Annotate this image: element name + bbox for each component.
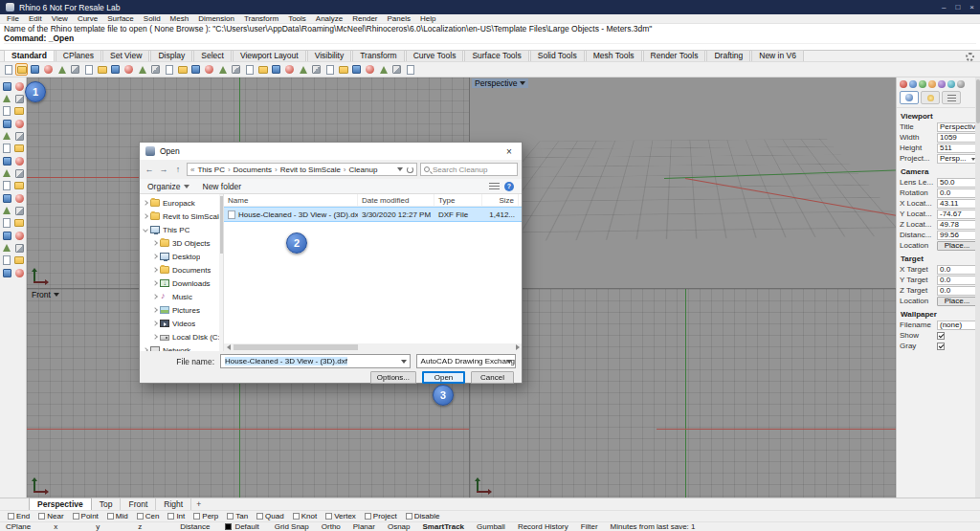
file-row[interactable]: House-Cleaned - 3D View - (3D).dxf3/30/2… [224,208,522,221]
polygon-icon[interactable] [13,205,25,216]
toggle-osnap[interactable]: Osnap [388,522,411,531]
refresh-icon[interactable] [407,166,413,173]
scale-icon[interactable] [1,105,12,117]
file-name-input[interactable]: House-Cleaned - 3D View - (3D).dxf [220,354,411,368]
orient-icon[interactable] [13,118,25,129]
osnap-near[interactable]: Near [38,512,63,520]
cut-icon[interactable] [56,63,68,76]
nav-item-local-disk-c[interactable]: Local Disk (C:) [140,330,223,343]
breadcrumb-cleanup[interactable]: Cleanup [349,166,378,174]
osnap-cen[interactable]: Cen [137,512,160,520]
chamfer-icon[interactable] [13,155,25,166]
breadcrumb-overflow[interactable]: « [190,166,194,174]
menu-transform[interactable]: Transform [239,14,283,23]
column-header-size[interactable]: Size [482,194,519,206]
menu-analyze[interactable]: Analyze [311,14,347,23]
toolbar-tab-viewport-layout[interactable]: Viewport Layout [233,50,306,61]
dimension-icon[interactable] [13,230,25,241]
help-icon[interactable] [404,63,416,76]
layers-icon[interactable] [377,63,390,76]
prop-value-field[interactable]: Perspective [937,122,977,132]
menu-solid[interactable]: Solid [139,14,166,23]
chevron-down-icon[interactable] [398,355,410,367]
menu-dimension[interactable]: Dimension [193,14,239,23]
file-type-select[interactable]: AutoCAD Drawing Exchange (*... [416,354,516,368]
osnap-mid[interactable]: Mid [107,512,128,520]
menu-view[interactable]: View [47,14,73,23]
column-header-type[interactable]: Type [434,194,482,206]
hide-icon[interactable] [350,63,363,76]
join-icon[interactable] [297,63,309,76]
viewport-right[interactable] [470,289,896,498]
viewport-layout-icon[interactable] [216,63,229,76]
explode-icon[interactable] [13,143,25,154]
menu-mesh[interactable]: Mesh [166,14,194,23]
toolbar-tab-curve-tools[interactable]: Curve Tools [406,50,464,61]
rectangle-icon[interactable] [1,205,12,216]
loft-icon[interactable] [13,242,25,254]
copy-object-icon[interactable] [243,63,256,76]
menu-surface[interactable]: Surface [102,14,139,23]
prop-value-field[interactable]: 0.0 [937,188,977,198]
osnap-project[interactable]: Project [365,512,397,520]
object-properties-tab[interactable] [900,91,919,104]
trim-icon[interactable] [1,130,12,142]
viewport-tab-front[interactable]: Front [121,498,156,510]
osnap-disable[interactable]: Disable [406,512,440,520]
libraries-panel-icon[interactable] [947,80,955,88]
zoom-extents-icon[interactable] [149,63,162,76]
new-viewport-tab[interactable]: + [191,498,206,510]
extrude-icon[interactable] [1,254,12,266]
move-icon[interactable] [13,80,25,92]
osnap-end[interactable]: End [8,512,30,520]
up-icon[interactable]: ↑ [172,165,184,174]
toggle-smarttrack[interactable]: SmartTrack [422,522,464,531]
selection-icon[interactable] [1,80,12,92]
osnap-vertex[interactable]: Vertex [325,512,356,520]
toolbar-tab-new-in-v6[interactable]: New in V6 [751,50,804,61]
maximize-icon[interactable]: □ [955,3,960,11]
viewport-tab-right[interactable]: Right [156,498,191,510]
prop-value-field[interactable]: 0.0 [937,276,977,285]
blend-icon[interactable] [13,167,25,179]
column-header-date-modified[interactable]: Date modified [358,194,434,206]
menu-file[interactable]: File [2,14,24,23]
rotate-icon[interactable] [13,93,25,104]
scrollbar-thumb[interactable] [234,344,358,350]
trim-icon[interactable] [310,63,323,76]
breadcrumb-documents[interactable]: Documents [234,166,272,174]
display-panel-icon[interactable] [919,80,926,88]
breadcrumb-this-pc[interactable]: This PC [197,166,224,174]
point-icon[interactable] [1,180,12,191]
mirror-object-icon[interactable] [283,63,296,76]
viewport-title-front[interactable]: Front [29,290,62,299]
menu-edit[interactable]: Edit [24,14,47,23]
zoom-window-icon[interactable] [163,63,175,76]
toolbar-tab-cplanes[interactable]: CPlanes [56,50,101,61]
horizontal-scrollbar[interactable] [224,343,522,351]
nav-item-pictures[interactable]: Pictures [140,303,223,317]
viewport-tab-perspective[interactable]: Perspective [29,498,92,511]
menu-curve[interactable]: Curve [73,14,102,23]
cplane-toggle[interactable]: CPlane [6,522,31,531]
move-icon[interactable] [230,63,242,76]
prop-value-field[interactable]: (none) [937,321,977,330]
panel-scrollbar[interactable] [975,77,980,498]
prop-value-field[interactable]: 99.56 [937,231,977,240]
toggle-planar[interactable]: Planar [353,522,375,531]
prop-button[interactable]: Place... [937,241,977,251]
undo-icon[interactable] [96,63,108,76]
viewport-title-perspective[interactable]: Perspective [472,78,528,88]
nav-item-3d-objects[interactable]: 3D Objects [140,236,223,250]
help-panel-icon[interactable] [957,80,965,88]
osnap-point[interactable]: Point [73,512,99,520]
toolbar-tab-select[interactable]: Select [193,50,232,61]
group-icon[interactable] [337,63,349,76]
menu-panels[interactable]: Panels [383,14,415,23]
split-icon[interactable] [13,130,25,142]
address-bar[interactable]: « This PC›Documents›Revit to SimScale›Cl… [187,163,417,176]
chevron-down-icon[interactable] [503,355,515,367]
toolbar-tab-mesh-tools[interactable]: Mesh Tools [586,50,642,61]
object-properties-icon[interactable] [390,63,403,76]
osnap-int[interactable]: Int [167,512,185,520]
